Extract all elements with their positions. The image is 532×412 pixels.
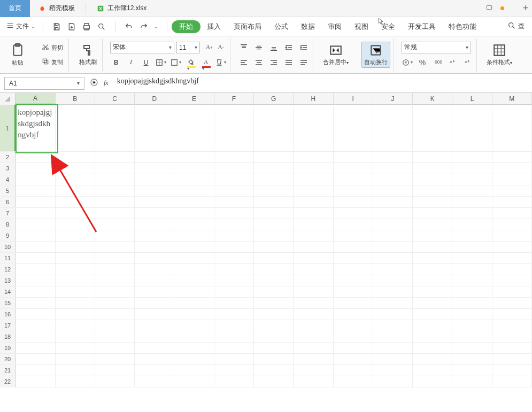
cell[interactable]	[373, 331, 413, 342]
cell[interactable]	[135, 230, 174, 241]
cell[interactable]	[56, 354, 95, 364]
row-header[interactable]: 15	[0, 298, 16, 308]
cell[interactable]	[135, 174, 174, 185]
row-header[interactable]: 1	[0, 105, 16, 151]
cell[interactable]	[56, 185, 95, 196]
percent-button[interactable]: %	[417, 57, 428, 68]
cell[interactable]	[294, 208, 333, 219]
cell[interactable]	[16, 242, 55, 252]
tab-workbook[interactable]: 工作簿12.xlsx	[88, 0, 155, 17]
cell[interactable]	[56, 376, 95, 387]
cell[interactable]	[214, 298, 254, 308]
cell[interactable]	[452, 298, 492, 308]
cell[interactable]	[334, 331, 373, 342]
cell[interactable]	[452, 197, 492, 207]
cell[interactable]	[56, 163, 95, 174]
select-all-corner[interactable]	[0, 93, 16, 105]
cell[interactable]	[334, 185, 373, 196]
row-header[interactable]: 8	[0, 219, 16, 230]
decrease-font-button[interactable]: A-	[215, 42, 227, 53]
cell[interactable]	[214, 219, 254, 230]
cell[interactable]	[174, 152, 214, 162]
cell[interactable]	[373, 298, 413, 308]
cell-reference-box[interactable]: A1 ▾	[4, 77, 84, 90]
font-name-combo[interactable]: 宋体 ▾	[110, 42, 174, 53]
cell[interactable]	[56, 343, 95, 353]
cell[interactable]	[174, 105, 214, 151]
cell[interactable]	[16, 163, 55, 174]
cell[interactable]	[214, 230, 254, 241]
cell[interactable]	[334, 343, 373, 353]
row-header[interactable]: 2	[0, 152, 16, 162]
cell[interactable]	[254, 286, 294, 297]
increase-font-button[interactable]: A+	[203, 42, 215, 53]
cell[interactable]	[413, 105, 452, 151]
row-header[interactable]: 5	[0, 185, 16, 196]
cell[interactable]	[452, 264, 492, 275]
column-header[interactable]: A	[16, 93, 55, 105]
cell[interactable]	[254, 208, 294, 219]
cell[interactable]	[174, 253, 214, 263]
cell[interactable]	[56, 331, 95, 342]
tab-templates[interactable]: 稻壳模板	[30, 0, 83, 17]
cell[interactable]	[135, 185, 174, 196]
cell[interactable]	[254, 174, 294, 185]
cell[interactable]	[174, 174, 214, 185]
cell[interactable]	[254, 275, 294, 286]
cell[interactable]	[373, 376, 413, 387]
cell[interactable]	[16, 354, 55, 364]
row-header[interactable]: 9	[0, 230, 16, 241]
cell[interactable]	[135, 275, 174, 286]
cell[interactable]	[16, 298, 55, 308]
underline-button[interactable]: U	[140, 57, 152, 68]
cell[interactable]	[174, 230, 214, 241]
cell[interactable]	[56, 309, 95, 320]
cell[interactable]	[334, 298, 373, 308]
cell[interactable]	[334, 320, 373, 331]
cell[interactable]	[254, 219, 294, 230]
row-header[interactable]: 16	[0, 309, 16, 320]
cell[interactable]	[95, 253, 135, 263]
align-center-button[interactable]	[253, 57, 265, 68]
cell[interactable]	[254, 298, 294, 308]
cell[interactable]	[56, 365, 95, 376]
cell[interactable]	[413, 298, 452, 308]
ribbon-tab-formulas[interactable]: 公式	[268, 20, 295, 34]
currency-button[interactable]: ¥	[402, 57, 413, 68]
cell[interactable]	[452, 163, 492, 174]
cell[interactable]	[492, 105, 532, 151]
formula-input[interactable]: kopjopajgjskdgjsdkhngvbjf	[114, 77, 528, 90]
row-header[interactable]: 17	[0, 320, 16, 331]
cell[interactable]	[214, 174, 254, 185]
align-right-button[interactable]	[268, 57, 280, 68]
cell[interactable]	[254, 253, 294, 263]
cell[interactable]	[413, 152, 452, 162]
decrease-decimal-button[interactable]: .0	[461, 57, 473, 68]
cell[interactable]	[294, 230, 333, 241]
cell[interactable]	[334, 365, 373, 376]
cell[interactable]	[135, 208, 174, 219]
cell[interactable]	[452, 343, 492, 353]
cell[interactable]	[56, 208, 95, 219]
ribbon-tab-page-layout[interactable]: 页面布局	[227, 20, 268, 34]
row-header[interactable]: 21	[0, 365, 16, 376]
cell[interactable]	[373, 185, 413, 196]
cell[interactable]	[174, 264, 214, 275]
cell[interactable]	[452, 376, 492, 387]
column-header[interactable]: D	[135, 93, 174, 105]
row-header[interactable]: 3	[0, 163, 16, 174]
cell[interactable]	[56, 197, 95, 207]
cell[interactable]	[214, 264, 254, 275]
cell[interactable]	[16, 343, 55, 353]
cell[interactable]	[95, 298, 135, 308]
cell[interactable]	[135, 320, 174, 331]
cell[interactable]	[452, 309, 492, 320]
cell[interactable]	[334, 275, 373, 286]
column-header[interactable]: E	[174, 93, 214, 105]
cell[interactable]	[16, 264, 55, 275]
cell[interactable]	[373, 275, 413, 286]
column-header[interactable]: H	[294, 93, 333, 105]
cell[interactable]	[334, 105, 373, 151]
cell[interactable]	[334, 230, 373, 241]
redo-icon[interactable]	[139, 22, 149, 32]
